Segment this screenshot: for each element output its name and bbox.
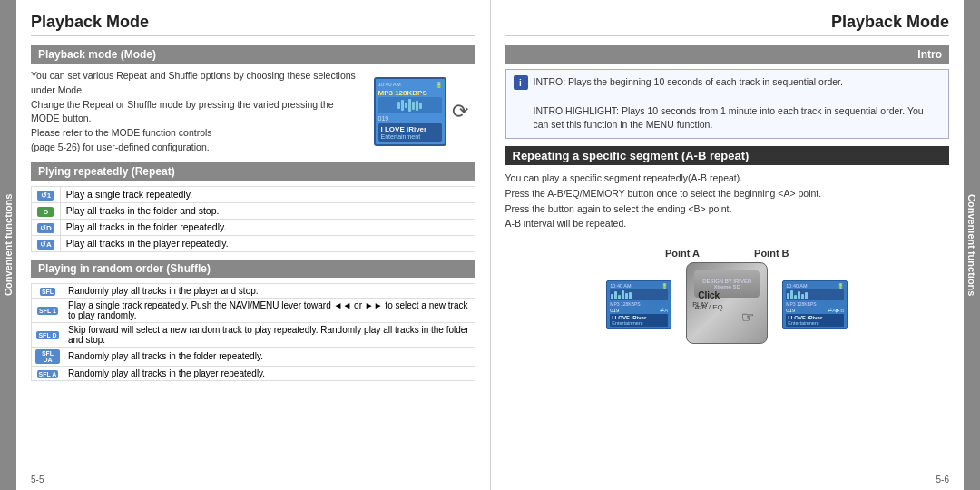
device-love-block: I LOVE iRiver Entertainment <box>378 123 442 142</box>
click-label-left: Click <box>698 290 720 300</box>
ab-devices: Point A Point B 10:40 AM 🔋 <box>505 239 950 344</box>
mini-love-left: I LOVE iRiver Entertainment <box>610 314 668 327</box>
shuffle-icon-3: SFL D <box>32 322 64 347</box>
ab-point-labels-row: Point A Point B <box>665 248 789 262</box>
device-number: 019 <box>378 115 442 122</box>
physical-device: DESIGN BY IRIVERXtreme SD Click A-B / EQ… <box>686 262 768 344</box>
mini-top-right: 10:40 AM 🔋 <box>786 283 844 289</box>
wave-bar-3 <box>405 103 407 108</box>
ab-desc-4: A-B interval will be repeated. <box>505 216 950 231</box>
intro-text-2: INTRO HIGHLIGHT: Plays 10 seconds from 1… <box>534 104 942 133</box>
table-row: ↺1 Play a single track repeatedly. <box>32 186 475 202</box>
cursor-hand: ☞ <box>741 309 754 326</box>
table-row: ↺A Play all tracks in the player repeate… <box>32 235 475 251</box>
section-repeat-header: Plying repeatedly (Repeat) <box>31 162 475 181</box>
section-ab-repeat-header: Repeating a specific segment (A-B repeat… <box>505 146 950 165</box>
mini-num-row-right: 019 ⇄A▶B <box>786 307 844 313</box>
left-side-label: Convenient functions <box>0 0 16 490</box>
intro-text-1: INTRO: Plays the beginning 10 seconds of… <box>534 75 942 90</box>
wave-bar-6 <box>416 101 418 111</box>
section-playback-mode-header: Playback mode (Mode) <box>31 45 475 64</box>
repeat-text-3: Play all tracks in the folder repeatedly… <box>60 219 475 235</box>
repeat-icon-3: ↺D <box>32 219 61 235</box>
mini-wave-left <box>610 289 668 300</box>
table-row: ↺D Play all tracks in the folder repeate… <box>32 219 475 235</box>
playback-mode-description: You can set various Repeat and Shuffle o… <box>31 70 356 152</box>
table-row: SFL DA Randomly play all tracks in the f… <box>32 347 475 366</box>
repeat-icon: ⟳ <box>452 100 468 123</box>
ab-desc-2: Press the A-B/EQ/MEMORY button once to s… <box>505 186 950 201</box>
mini-top-left: 10:40 AM 🔋 <box>610 283 668 289</box>
device-track-format: MP3 128KBPS <box>378 89 442 97</box>
page-num-left: 5-5 <box>31 475 44 485</box>
wave-bar-2 <box>401 100 404 111</box>
shuffle-icon-4: SFL DA <box>32 347 64 366</box>
point-b-label: Point B <box>754 248 789 259</box>
shuffle-text-3: Skip forward will select a new random tr… <box>64 322 475 347</box>
table-row: SFL 1 Play a single track repeatedly. Pu… <box>32 298 475 322</box>
ab-device-right: 10:40 AM 🔋 <box>782 277 848 329</box>
repeat-icon-2: D <box>32 202 61 219</box>
ab-device-row: 10:40 AM 🔋 <box>606 262 848 344</box>
wave-bar-1 <box>397 102 400 109</box>
right-panel-title: Playback Mode <box>505 13 950 36</box>
mini-num-row-left: 019 ⇄A <box>610 307 668 313</box>
left-panel-title: Playback Mode <box>31 13 475 36</box>
mini-device-left: 10:40 AM 🔋 <box>606 280 671 329</box>
right-side-label: Convenient functions <box>964 0 980 490</box>
playback-mode-content: You can set various Repeat and Shuffle o… <box>31 69 475 155</box>
device-screen: 10:40 AM 🔋 MP3 128KBPS 019 <box>374 77 446 146</box>
page-num-right: 5-6 <box>936 475 949 485</box>
ab-desc-3: Press the button again to select the end… <box>505 201 950 217</box>
section-intro-header: Intro <box>505 45 950 64</box>
ab-device-left: 10:40 AM 🔋 <box>606 277 671 329</box>
mini-device-right: 10:40 AM 🔋 <box>782 280 848 329</box>
repeat-icon-1: ↺1 <box>32 186 61 202</box>
info-icon: i <box>514 75 528 90</box>
repeat-text-2: Play all tracks in the folder and stop. <box>60 202 475 219</box>
shuffle-icon-1: SFL <box>32 283 64 298</box>
ab-desc-1: You can play a specific segment repeated… <box>505 171 950 186</box>
intro-text: INTRO: Plays the beginning 10 seconds of… <box>534 75 942 132</box>
repeat-icon-4: ↺A <box>32 235 61 251</box>
device-top-bar: 10:40 AM 🔋 <box>378 82 442 88</box>
wave-bar-7 <box>419 103 422 109</box>
shuffle-icon-5: SFL A <box>32 366 64 380</box>
device-waveform <box>378 97 442 113</box>
right-panel: Playback Mode Intro i INTRO: Plays the b… <box>491 0 965 490</box>
wave-bar-5 <box>412 102 415 110</box>
ab-desc: You can play a specific segment repeated… <box>505 171 950 231</box>
repeat-table: ↺1 Play a single track repeatedly. D Pla… <box>31 186 475 252</box>
playback-mode-text: You can set various Repeat and Shuffle o… <box>31 69 358 155</box>
table-row: D Play all tracks in the folder and stop… <box>32 202 475 219</box>
section-shuffle-header: Playing in random order (Shuffle) <box>31 260 475 278</box>
mini-wave-right <box>786 289 844 300</box>
shuffle-text-5: Randomly play all tracks in the player r… <box>64 366 475 380</box>
wave-bar-4 <box>408 99 411 112</box>
repeat-text-1: Play a single track repeatedly. <box>60 186 475 202</box>
table-row: SFL Randomly play all tracks in the play… <box>32 283 475 298</box>
shuffle-text-4: Randomly play all tracks in the folder r… <box>64 347 475 366</box>
ab-illustration: Point A Point B 10:40 AM 🔋 <box>606 248 848 344</box>
intro-box: i INTRO: Plays the beginning 10 seconds … <box>505 69 950 139</box>
table-row: SFL A Randomly play all tracks in the pl… <box>32 366 475 380</box>
entertainment-text: Entertainment <box>381 133 439 140</box>
repeat-text-4: Play all tracks in the player repeatedly… <box>60 235 475 251</box>
love-text: I LOVE iRiver <box>381 125 439 133</box>
device-illustration-left: 10:40 AM 🔋 MP3 128KBPS 019 <box>367 69 475 155</box>
point-a-label: Point A <box>665 248 700 259</box>
shuffle-text-1: Randomly play all tracks in the player a… <box>64 283 475 298</box>
table-row: SFL D Skip forward will select a new ran… <box>32 322 475 347</box>
shuffle-text-2: Play a single track repeatedly. Push the… <box>64 298 475 322</box>
shuffle-icon-2: SFL 1 <box>32 298 64 322</box>
left-panel: Playback Mode Playback mode (Mode) You c… <box>16 0 491 490</box>
shuffle-table: SFL Randomly play all tracks in the play… <box>31 283 475 381</box>
mini-love-right: I LOVE iRiver Entertainment <box>786 314 844 327</box>
